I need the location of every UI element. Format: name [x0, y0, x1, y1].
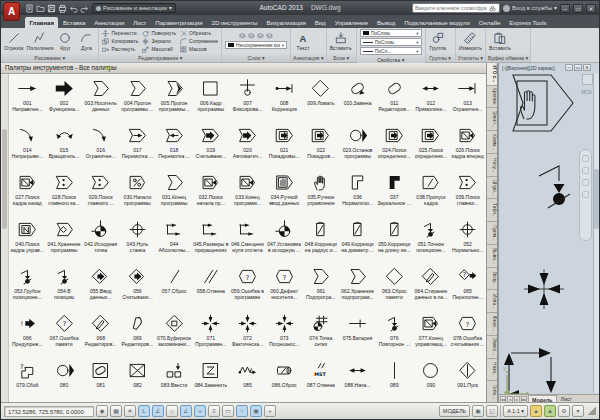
ribbon-panel-name-3[interactable]: Аннотация ▾ — [291, 54, 326, 62]
ribbon-button-1-2[interactable]: Обрезать — [180, 29, 218, 37]
palette-item[interactable]: 082 — [119, 356, 156, 403]
palette-tab-13[interactable]: Наза... — [487, 359, 497, 382]
ribbon-dropdown-5-0[interactable]: ПоСлою▾ — [360, 29, 422, 37]
palette-item[interactable]: 070.Буферноезапоминани... — [156, 309, 193, 356]
palette-item[interactable]: 086.Сброс — [266, 356, 303, 403]
palette-item[interactable]: 075.Батарея — [339, 309, 376, 356]
steering-wheel-icon[interactable] — [582, 191, 589, 198]
ribbon-tab-5[interactable]: 2D инструменты — [207, 17, 262, 28]
palette-item[interactable]: 055.Вводданных... — [82, 262, 119, 309]
ribbon-button-0-2[interactable]: Круг — [56, 32, 74, 51]
palette-item[interactable]: 031.Конецпрограммы — [156, 168, 193, 215]
palette-item[interactable]: ?067.Ошибкапамяти — [46, 309, 83, 356]
palette-item[interactable]: 058.Отмена — [192, 262, 229, 309]
ribbon-panel-name-8[interactable]: Буфер обмена ▾ — [486, 54, 530, 62]
undo-icon[interactable] — [69, 4, 78, 13]
ribbon-button-0-1[interactable]: Полилиния — [27, 32, 54, 51]
status-toggle-infer[interactable]: ◆ — [96, 405, 108, 417]
palette-item[interactable]: 040.Поисккадра управ... — [9, 215, 46, 262]
palette-item[interactable]: 061Подпрогра... — [303, 262, 340, 309]
palette-item[interactable]: 014Непрерывн... — [9, 121, 46, 168]
status-toggle-ortho[interactable]: L — [138, 405, 150, 417]
ribbon-panel-name-4[interactable]: Блок ▾ — [327, 54, 356, 62]
palette-item[interactable]: MST087.Отмена — [303, 356, 340, 403]
status-toggle-sc[interactable]: + — [264, 405, 276, 417]
ribbon-tab-1[interactable]: Вставка — [58, 17, 89, 28]
palette-item[interactable]: 038.Пропусккадра — [413, 168, 450, 215]
annotation-visibility-icon[interactable]: ▲ — [530, 405, 542, 417]
palette-tab-10[interactable]: Испо... — [487, 290, 497, 313]
palette-item[interactable]: ?078.Ошибкасчитывания ... — [449, 309, 486, 356]
palette-item[interactable]: 010.Замена — [339, 74, 376, 121]
status-toggle-ducs[interactable]: + — [194, 405, 206, 417]
ribbon-button-1-7[interactable]: Масштаб — [142, 45, 176, 53]
palette-item[interactable]: 007Фиксирова... — [229, 74, 266, 121]
tray-menu-icon[interactable]: ▾ — [572, 405, 584, 417]
ribbon-panel-name-1[interactable]: Редактирование ▾ — [99, 54, 221, 62]
ribbon-tab-11[interactable]: Онлайн — [474, 17, 505, 28]
ribbon-tab-8[interactable]: Управление — [330, 17, 372, 28]
palette-tab-1[interactable]: Крепеж — [487, 86, 497, 109]
palette-item[interactable]: 036Нормализо... — [339, 168, 376, 215]
palette-tab-4[interactable]: Несу... — [487, 154, 497, 177]
canvas-symbol-corner-arrows[interactable] — [504, 348, 556, 400]
redo-icon[interactable] — [80, 4, 89, 13]
palette-item[interactable]: 016Ограничен... — [82, 121, 119, 168]
palette-item[interactable]: 041.Хранениепрограммы — [46, 215, 83, 262]
palette-item[interactable]: 004.Прогонпрограммы ... — [119, 74, 156, 121]
palette-tab-7[interactable]: Прим... — [487, 222, 497, 245]
close-button[interactable]: ✕ — [586, 4, 596, 13]
ribbon-dropdown-2-0[interactable]: Несохраненная конфигурация сло▾ — [225, 41, 287, 49]
palette-item[interactable]: 018Перемотка ... — [156, 121, 193, 168]
canvas-symbol-positioning[interactable] — [539, 166, 570, 208]
coordinates-readout[interactable]: 1732.5286, 725.5780, 0.0000 — [4, 406, 94, 417]
palette-tab-12[interactable]: Завес... — [487, 336, 497, 359]
viewport-label[interactable]: [-][Верхняя][2D каркас] — [502, 65, 555, 71]
workspace-dropdown[interactable]: Рисование и аннотации ▾ — [92, 3, 176, 13]
palette-item[interactable]: 022Покадров... — [303, 121, 340, 168]
ribbon-dropdown-5-1[interactable]: ПоСлою▾ — [360, 38, 422, 46]
ribbon-panel-name-0[interactable]: Рисование ▾ — [1, 54, 98, 62]
palette-item[interactable]: 029.Поискглавного ... — [82, 168, 119, 215]
pan-icon[interactable] — [582, 155, 589, 162]
palette-item[interactable]: 019Считывани... — [192, 121, 229, 168]
drawing-canvas[interactable]: Y [-][Верхняя][2D каркас] ─ ▭ ✕ МСК ◂◂ ◂… — [498, 63, 599, 404]
resize-grip[interactable] — [588, 407, 596, 415]
palette-item[interactable]: 013Ограничен... — [449, 74, 486, 121]
new-file-icon[interactable] — [25, 4, 34, 13]
palette-item[interactable]: 081 — [82, 356, 119, 403]
scrollbar-thumb[interactable] — [2, 129, 7, 229]
orbit-icon[interactable] — [582, 179, 589, 186]
palette-tab-3[interactable]: Комм... — [487, 131, 497, 154]
zoom-icon[interactable] — [582, 167, 589, 174]
palette-item[interactable]: ?065Переполне... — [449, 262, 486, 309]
palette-item[interactable]: 074.Точкасетки — [303, 309, 340, 356]
palette-item[interactable]: 006.Кадрпрограммы — [192, 74, 229, 121]
palette-item[interactable]: 021Покадровы... — [266, 121, 303, 168]
palette-tab-6[interactable]: Табл... — [487, 199, 497, 222]
palette-item[interactable]: 042.Исходнаяточка — [82, 215, 119, 262]
palette-title[interactable]: Палитры инструментов - Все палитры — [1, 63, 486, 74]
palette-item[interactable]: 039.Поискглавног... — [449, 168, 486, 215]
status-toggle-dyn[interactable]: ≡ — [208, 405, 220, 417]
palette-item[interactable]: 023.Остановпрограммы — [339, 121, 376, 168]
palette-item[interactable]: 015Вращатель... — [46, 121, 83, 168]
palette-item[interactable]: 024.Поископределени... — [376, 121, 413, 168]
palette-item[interactable]: 088.Нача... — [339, 356, 376, 403]
binoculars-icon[interactable] — [489, 5, 496, 12]
ribbon-tab-12[interactable]: Express Tools — [505, 17, 551, 28]
palette-item[interactable]: 025.Поископределени... — [413, 121, 450, 168]
palette-item[interactable]: 054.Впозицию — [46, 262, 83, 309]
palette-item[interactable]: 037Зеркальное ... — [376, 168, 413, 215]
palette-item[interactable]: 084.Заменить — [192, 356, 229, 403]
ribbon-button-1-4[interactable]: Зеркало — [142, 37, 176, 45]
palette-item[interactable]: 083.Ввести — [156, 356, 193, 403]
palette-item[interactable]: 026.Поисккадра вперед — [449, 121, 486, 168]
doc-minimize-button[interactable]: ─ — [565, 64, 573, 71]
palette-item[interactable]: 076Повторное ... — [376, 309, 413, 356]
palette-tab-2[interactable]: Элект... — [487, 108, 497, 131]
palette-item[interactable]: 080 — [46, 356, 83, 403]
palette-item[interactable]: 047.Установкав исходную ... — [266, 215, 303, 262]
status-toggle-tpy[interactable]: ○ — [236, 405, 248, 417]
status-toggle-otrack[interactable]: ∠ — [180, 405, 192, 417]
